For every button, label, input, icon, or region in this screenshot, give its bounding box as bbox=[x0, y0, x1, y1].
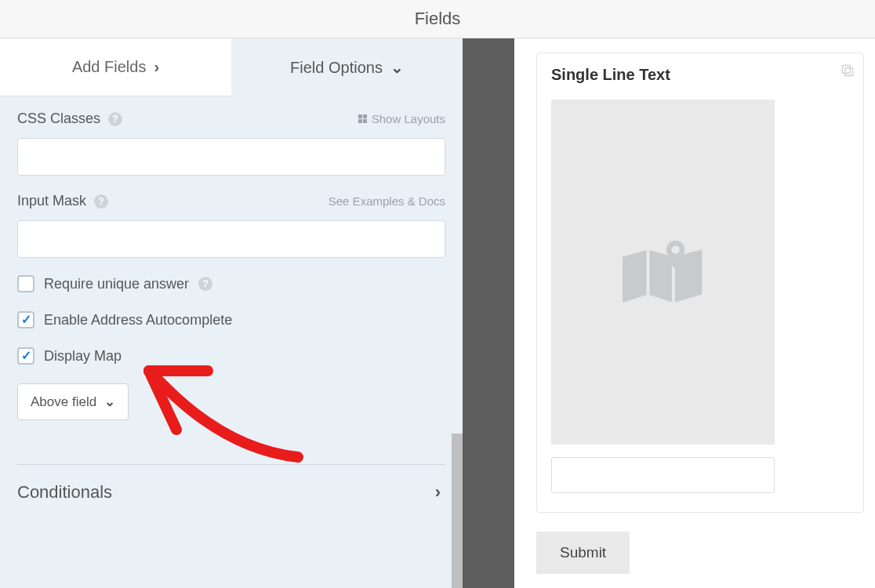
chevron-down-icon: ⌄ bbox=[104, 394, 115, 410]
preview-pane: Single Line Text Submit bbox=[514, 38, 875, 588]
css-classes-label: CSS Classes bbox=[17, 111, 100, 127]
svg-rect-1 bbox=[842, 65, 850, 73]
input-mask-input[interactable] bbox=[17, 220, 445, 258]
duplicate-icon[interactable] bbox=[840, 63, 855, 82]
help-icon[interactable]: ? bbox=[108, 112, 122, 126]
chevron-right-icon: › bbox=[435, 482, 441, 503]
display-map-label: Display Map bbox=[44, 348, 122, 365]
conditionals-label: Conditionals bbox=[17, 482, 112, 503]
tab-field-options[interactable]: Field Options ⌄ bbox=[231, 38, 463, 96]
submit-button[interactable]: Submit bbox=[536, 532, 630, 574]
display-map-checkbox[interactable]: Display Map bbox=[17, 347, 445, 365]
page-header: Fields bbox=[0, 0, 875, 38]
chevron-down-icon: ⌄ bbox=[390, 58, 404, 77]
examples-docs-label: See Examples & Docs bbox=[329, 194, 445, 208]
preview-field-card[interactable]: Single Line Text bbox=[536, 53, 864, 513]
show-layouts-link[interactable]: Show Layouts bbox=[358, 112, 445, 125]
checkbox-icon bbox=[17, 311, 34, 328]
require-unique-label: Require unique answer bbox=[44, 276, 189, 292]
enable-autocomplete-label: Enable Address Autocomplete bbox=[44, 312, 232, 328]
tab-field-options-label: Field Options bbox=[290, 59, 383, 77]
help-icon[interactable]: ? bbox=[94, 194, 108, 209]
examples-docs-link[interactable]: See Examples & Docs bbox=[329, 194, 445, 208]
divider bbox=[17, 464, 445, 465]
svg-point-3 bbox=[671, 245, 679, 253]
map-position-select[interactable]: Above field ⌄ bbox=[17, 383, 129, 420]
annotation-arrow-icon bbox=[133, 355, 321, 481]
map-position-value: Above field bbox=[31, 394, 96, 410]
scrollbar-thumb[interactable] bbox=[452, 434, 463, 588]
css-classes-input[interactable] bbox=[17, 138, 445, 176]
tab-add-fields[interactable]: Add Fields › bbox=[0, 38, 231, 96]
preview-text-input[interactable] bbox=[551, 457, 775, 493]
show-layouts-label: Show Layouts bbox=[372, 112, 445, 125]
panel-gutter bbox=[463, 38, 514, 588]
scrollbar[interactable] bbox=[452, 96, 463, 588]
svg-rect-0 bbox=[845, 68, 853, 76]
checkbox-icon bbox=[17, 275, 34, 292]
checkbox-icon bbox=[17, 347, 34, 365]
chevron-right-icon: › bbox=[154, 58, 159, 76]
input-mask-label: Input Mask bbox=[17, 193, 86, 209]
tab-add-fields-label: Add Fields bbox=[72, 58, 147, 76]
map-placeholder bbox=[551, 100, 775, 445]
enable-autocomplete-checkbox[interactable]: Enable Address Autocomplete bbox=[17, 311, 445, 328]
page-title: Fields bbox=[415, 9, 461, 29]
grid-icon bbox=[358, 114, 367, 123]
require-unique-checkbox[interactable]: Require unique answer ? bbox=[17, 275, 445, 292]
map-pin-icon bbox=[612, 221, 714, 323]
help-icon[interactable]: ? bbox=[198, 277, 212, 291]
conditionals-section[interactable]: Conditionals › bbox=[17, 481, 445, 518]
preview-field-title: Single Line Text bbox=[551, 66, 849, 84]
